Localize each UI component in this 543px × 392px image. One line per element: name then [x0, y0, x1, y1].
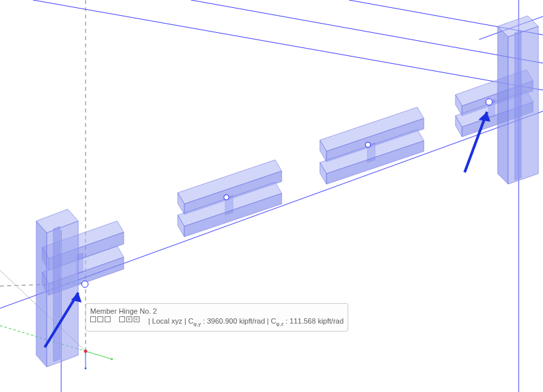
- Cphi-y-value: 3960.900: [207, 317, 237, 325]
- column-right: [498, 16, 538, 184]
- Cphi-z-unit: kipft/rad: [318, 317, 344, 325]
- svg-marker-45: [498, 26, 508, 184]
- svg-point-55: [486, 99, 492, 105]
- svg-line-10: [33, 0, 543, 90]
- svg-line-11: [191, 0, 543, 63]
- tooltip-coord: Local xyz: [152, 317, 182, 325]
- tooltip-details: xxx xEE | Local xyz | Cφ,y : 3960.900 ki…: [90, 316, 344, 329]
- svg-marker-47: [515, 30, 521, 180]
- viewport-3d[interactable]: [0, 0, 543, 392]
- tooltip-title: Member Hinge No. 2: [90, 306, 344, 316]
- svg-line-4: [86, 351, 112, 359]
- Cphi-z-label: Cφ,z: [271, 317, 284, 325]
- svg-marker-51: [53, 226, 60, 362]
- svg-marker-46: [508, 26, 538, 184]
- Cphi-y-unit: kipft/rad: [239, 317, 265, 325]
- svg-point-56: [84, 350, 88, 353]
- svg-point-53: [224, 195, 229, 200]
- svg-marker-50: [47, 221, 78, 367]
- svg-point-8: [111, 358, 113, 360]
- svg-point-54: [365, 142, 371, 147]
- svg-point-7: [85, 368, 87, 370]
- column-left: [36, 209, 78, 367]
- Cphi-y-label: Cφ,y: [188, 317, 201, 325]
- hinge-tooltip: Member Hinge No. 2 xxx xEE | Local xyz |…: [86, 303, 348, 331]
- beam-segment-3: [320, 107, 424, 184]
- Cphi-z-value: 111.568: [290, 317, 316, 325]
- svg-point-52: [82, 281, 88, 287]
